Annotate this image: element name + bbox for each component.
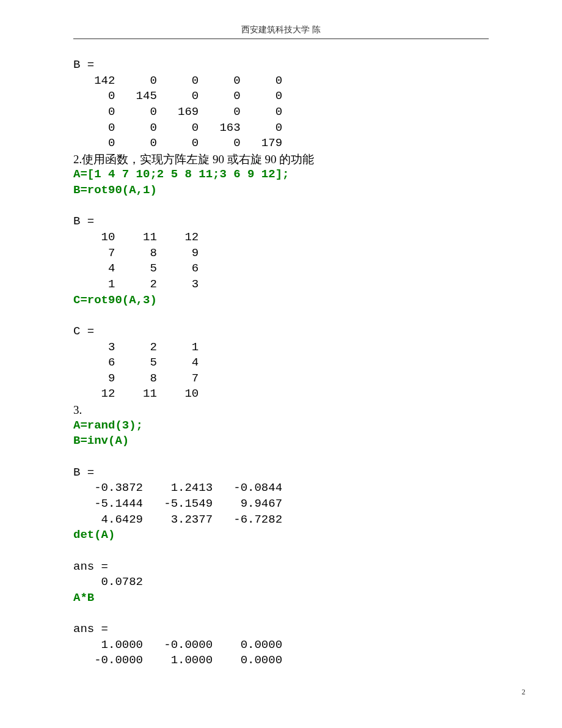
output-matrix-b1: B = 142 0 0 0 0 0 145 0 0 0 0 0 169 0 0 … [73, 57, 489, 152]
code-det: det(A) [73, 528, 489, 543]
code-rot90-3: C=rot90(A,3) [73, 293, 489, 309]
code-atimesb: A*B [73, 590, 489, 606]
page-number: 2 [522, 688, 525, 697]
output-matrix-b2: B = 10 11 12 7 8 9 4 5 6 1 2 3 [73, 199, 489, 293]
page-header: 西安建筑科技大学 陈 [73, 24, 489, 39]
output-ans1: ans = 0.0782 [73, 543, 489, 590]
output-matrix-c1: C = 3 2 1 6 5 4 9 8 7 12 11 10 [73, 308, 489, 402]
output-matrix-b3: B = -0.3872 1.2413 -0.0844 -5.1444 -5.15… [73, 449, 489, 528]
output-ans2: ans = 1.0000 -0.0000 0.0000 -0.0000 1.00… [73, 606, 489, 669]
page-content: 西安建筑科技大学 陈 B = 142 0 0 0 0 0 145 0 0 0 0… [0, 0, 562, 721]
code-rand-inv: A=rand(3); B=inv(A) [73, 418, 489, 449]
section-3-text: 3. [73, 402, 489, 418]
section-2-text: 2.使用函数，实现方阵左旋 90 或右旋 90 的功能 [73, 152, 489, 167]
code-rot90-1: A=[1 4 7 10;2 5 8 11;3 6 9 12]; B=rot90(… [73, 167, 489, 198]
